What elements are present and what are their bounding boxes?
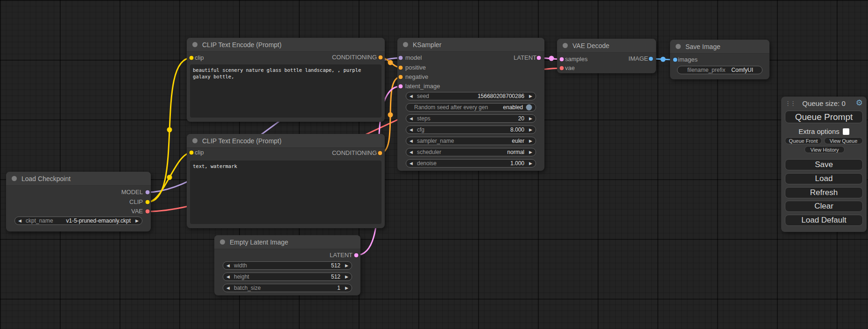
port-positive-input[interactable] xyxy=(398,65,403,70)
input-slot-clip: clip xyxy=(195,54,204,62)
widget-denoise[interactable]: ◀ denoise 1.000 ▶ xyxy=(406,159,536,168)
link-midpoint-dot[interactable] xyxy=(388,60,393,65)
arrow-left-icon[interactable]: ◀ xyxy=(226,284,233,292)
widget-batch-size[interactable]: ◀ batch_size 1 ▶ xyxy=(223,284,352,292)
port-latent-image-input[interactable] xyxy=(398,84,403,89)
port-model-output[interactable] xyxy=(145,190,150,195)
widget-ckpt-name[interactable]: ◀ ckpt_name v1-5-pruned-emaonly.ckpt ▶ xyxy=(14,217,142,225)
node-title-bar[interactable]: KSampler xyxy=(397,38,544,52)
widget-sampler-name[interactable]: ◀ sampler_name euler ▶ xyxy=(406,137,536,145)
port-vae-output[interactable] xyxy=(145,209,150,214)
widget-steps[interactable]: ◀ steps 20 ▶ xyxy=(406,114,536,123)
port-clip-input-negative[interactable] xyxy=(189,150,194,155)
link-midpoint-dot[interactable] xyxy=(167,127,172,133)
arrow-right-icon[interactable]: ▶ xyxy=(526,159,532,168)
queue-prompt-button[interactable]: Queue Prompt xyxy=(785,111,863,123)
widget-value: 8.000 xyxy=(510,126,524,133)
arrow-right-icon[interactable]: ▶ xyxy=(342,284,348,292)
arrow-right-icon[interactable]: ▶ xyxy=(342,261,348,270)
node-title-bar[interactable]: Save Image xyxy=(670,40,769,54)
input-slot-vae: vae xyxy=(565,64,575,72)
gear-icon[interactable]: ⚙ xyxy=(856,98,863,108)
graph-canvas[interactable]: { "colors": { "model": "#B39DDB", "clip"… xyxy=(0,0,868,329)
widget-label: denoise xyxy=(417,160,508,167)
arrow-left-icon[interactable]: ◀ xyxy=(409,114,416,123)
widget-value: 1 xyxy=(337,285,340,291)
port-samples-input[interactable] xyxy=(559,57,564,62)
extra-options-checkbox[interactable] xyxy=(843,128,849,135)
widget-scheduler[interactable]: ◀ scheduler normal ▶ xyxy=(406,148,536,156)
port-latent-output[interactable] xyxy=(536,56,541,60)
clear-button[interactable]: Clear xyxy=(785,201,863,212)
link-midpoint-dot[interactable] xyxy=(388,112,393,118)
arrow-right-icon[interactable]: ▶ xyxy=(133,217,139,225)
port-image-output[interactable] xyxy=(649,56,653,61)
arrow-right-icon[interactable]: ▶ xyxy=(526,148,532,156)
node-clip-text-encode-positive[interactable]: CLIP Text Encode (Prompt) clip CONDITION… xyxy=(187,38,385,122)
prompt-textarea[interactable]: text, watermark xyxy=(190,161,381,224)
node-clip-text-encode-negative[interactable]: CLIP Text Encode (Prompt) clip CONDITION… xyxy=(187,134,385,228)
load-button[interactable]: Load xyxy=(785,173,863,184)
arrow-left-icon[interactable]: ◀ xyxy=(409,148,416,156)
load-default-button[interactable]: Load Default xyxy=(785,215,863,226)
queue-front-button[interactable]: Queue Front xyxy=(785,137,822,144)
widget-height[interactable]: ◀ height 512 ▶ xyxy=(223,273,352,281)
port-conditioning-output-positive[interactable] xyxy=(378,55,383,60)
arrow-right-icon[interactable]: ▶ xyxy=(526,126,532,134)
widget-filename-prefix[interactable]: filename_prefix ComfyUI xyxy=(677,66,762,74)
port-model-input[interactable] xyxy=(398,56,403,60)
port-vae-input[interactable] xyxy=(559,66,564,70)
arrow-left-icon[interactable]: ◀ xyxy=(409,159,416,168)
refresh-button[interactable]: Refresh xyxy=(785,187,863,198)
view-queue-button[interactable]: View Queue xyxy=(824,137,863,144)
collapse-dot-icon[interactable] xyxy=(676,44,681,49)
node-title-bar[interactable]: VAE Decode xyxy=(557,39,656,53)
input-slot-model: model xyxy=(405,54,422,62)
collapse-dot-icon[interactable] xyxy=(192,138,198,143)
node-ksampler[interactable]: KSampler model positive negative latent_… xyxy=(397,38,544,171)
arrow-left-icon[interactable]: ◀ xyxy=(409,92,416,100)
node-title-bar[interactable]: Load Checkpoint xyxy=(6,172,151,186)
port-clip-input-positive[interactable] xyxy=(189,56,194,60)
arrow-left-icon[interactable]: ◀ xyxy=(18,217,24,225)
view-history-button[interactable]: View History xyxy=(804,146,845,153)
link-midpoint-dot[interactable] xyxy=(661,57,666,62)
widget-width[interactable]: ◀ width 512 ▶ xyxy=(223,261,352,270)
collapse-dot-icon[interactable] xyxy=(563,43,568,48)
port-empty-latent-output[interactable] xyxy=(354,253,359,258)
arrow-left-icon[interactable]: ◀ xyxy=(226,273,233,281)
node-vae-decode[interactable]: VAE Decode samples vae IMAGE xyxy=(557,39,656,73)
node-title-bar[interactable]: CLIP Text Encode (Prompt) xyxy=(187,134,385,148)
arrow-right-icon[interactable]: ▶ xyxy=(342,273,348,281)
widget-cfg[interactable]: ◀ cfg 8.000 ▶ xyxy=(406,126,536,134)
widget-seed[interactable]: ◀ seed 156680208700286 ▶ xyxy=(406,92,536,100)
arrow-left-icon[interactable]: ◀ xyxy=(409,126,416,134)
widget-random-seed-toggle[interactable]: Random seed after every gen enabled xyxy=(406,103,536,112)
save-button[interactable]: Save xyxy=(785,159,863,170)
port-negative-input[interactable] xyxy=(398,75,403,79)
link-midpoint-dot[interactable] xyxy=(549,56,554,61)
arrow-right-icon[interactable]: ▶ xyxy=(526,92,532,100)
node-title-bar[interactable]: Empty Latent Image xyxy=(214,235,360,249)
prompt-textarea[interactable]: beautiful scenery nature glass bottle la… xyxy=(190,64,381,118)
widget-label: Random seed after every gen xyxy=(414,104,501,111)
port-images-input[interactable] xyxy=(673,57,677,62)
arrow-left-icon[interactable]: ◀ xyxy=(409,137,416,145)
collapse-dot-icon[interactable] xyxy=(220,239,225,245)
collapse-dot-icon[interactable] xyxy=(192,42,198,47)
node-load-checkpoint[interactable]: Load Checkpoint MODEL CLIP VAE ◀ ckpt_na… xyxy=(6,172,151,231)
collapse-dot-icon[interactable] xyxy=(403,42,408,47)
node-save-image[interactable]: Save Image images filename_prefix ComfyU… xyxy=(670,40,769,79)
arrow-right-icon[interactable]: ▶ xyxy=(526,114,532,123)
port-clip-output[interactable] xyxy=(145,200,150,204)
collapse-dot-icon[interactable] xyxy=(12,176,17,181)
arrow-right-icon[interactable]: ▶ xyxy=(526,137,532,145)
toggle-dot-icon[interactable] xyxy=(526,104,532,111)
arrow-left-icon[interactable]: ◀ xyxy=(226,261,233,270)
link-midpoint-dot[interactable] xyxy=(167,175,172,180)
node-title: CLIP Text Encode (Prompt) xyxy=(202,137,282,145)
node-title-bar[interactable]: CLIP Text Encode (Prompt) xyxy=(187,38,385,52)
node-empty-latent-image[interactable]: Empty Latent Image LATENT ◀ width 512 ▶ … xyxy=(214,235,360,295)
port-conditioning-output-negative[interactable] xyxy=(378,151,382,155)
widget-value: enabled xyxy=(503,104,523,111)
